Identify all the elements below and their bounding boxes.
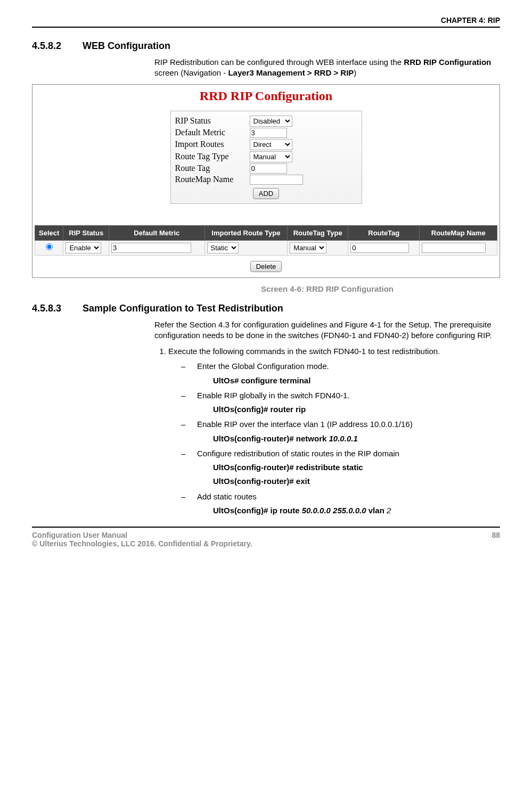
step-e: Add static routes UltOs(config)# ip rout… <box>181 491 500 516</box>
step-b-text: Enable RIP globally in the switch FDN40-… <box>197 391 350 400</box>
add-button[interactable]: ADD <box>253 188 279 199</box>
step-d-cmd2: UltOs(config-router)# exit <box>213 476 500 487</box>
section-title2: Sample Configuration to Test Redistribut… <box>83 303 283 314</box>
rrd-title: RRD RIP Configuration <box>35 89 497 103</box>
section2-intro-text: Refer the Section 4.3 for configuration … <box>154 319 500 341</box>
th-routemap-name: RouteMap Name <box>420 225 497 240</box>
rrd-data-table: Select RIP Status Default Metric Importe… <box>35 225 497 256</box>
label-default-metric: Default Metric <box>175 128 250 137</box>
numbered-list: Execute the following commands in the sw… <box>154 346 500 516</box>
chapter-header: CHAPTER 4: RIP <box>32 16 500 24</box>
step-e-text: Add static routes <box>197 492 257 501</box>
step-c: Enable RIP over the interface vlan 1 (IP… <box>181 419 500 444</box>
intro-bold1: RRD RIP Configuration <box>404 58 491 67</box>
label-import-routes: Import Routes <box>175 139 250 149</box>
intro-bold2: Layer3 Management > RRD > RIP <box>228 68 354 77</box>
intro-post: ) <box>354 68 356 77</box>
screenshot-container: RRD RIP Configuration RIP Status Disable… <box>32 84 500 278</box>
table-row: Enable Static Manual <box>35 240 497 255</box>
step-a-cmd: UltOs# configure terminal <box>213 375 500 386</box>
step-e-cmd: UltOs(config)# ip route 50.0.0.0 255.0.0… <box>213 505 500 516</box>
input-route-tag[interactable] <box>250 163 287 174</box>
section-intro: RIP Redistribution can be configured thr… <box>154 57 500 79</box>
step-c-cmd: UltOs(config-router)# network 10.0.0.1 <box>213 433 500 444</box>
intro-mid: screen (Navigation - <box>154 68 228 77</box>
section2-intro: Refer the Section 4.3 for configuration … <box>154 319 500 341</box>
divider-bottom <box>32 527 500 528</box>
screenshot-caption: Screen 4-6: RRD RIP Configuration <box>154 284 500 293</box>
page-footer: Configuration User Manual © Ulterius Tec… <box>32 531 500 548</box>
row-default-metric[interactable] <box>111 243 191 253</box>
label-routemap-name: RouteMap Name <box>175 175 250 184</box>
th-select: Select <box>35 225 63 240</box>
section-title: WEB Configuration <box>83 40 170 51</box>
dash-list: Enter the Global Configuration mode. Ult… <box>181 361 500 516</box>
divider-top <box>32 27 500 28</box>
rrd-form-panel: RIP Status Disabled Default Metric Impor… <box>170 111 362 204</box>
footer-manual-title: Configuration User Manual <box>32 531 252 539</box>
row-select-radio[interactable] <box>46 243 53 250</box>
step-d-cmd1: UltOs(config-router)# redistribute stati… <box>213 462 500 473</box>
th-routetag: RouteTag <box>348 225 420 240</box>
step-b: Enable RIP globally in the switch FDN40-… <box>181 390 500 415</box>
footer-copyright: © Ulterius Technologies, LLC 2016. Confi… <box>32 539 252 548</box>
select-import-routes[interactable]: Direct <box>250 139 292 150</box>
input-routemap-name[interactable] <box>250 175 303 185</box>
step-d: Configure redistribution of static route… <box>181 448 500 487</box>
row-routetag[interactable] <box>350 243 409 253</box>
section-number: 4.5.8.2 <box>32 40 80 52</box>
step-c-text: Enable RIP over the interface vlan 1 (IP… <box>197 420 413 429</box>
select-rip-status[interactable]: Disabled <box>250 116 292 127</box>
row-imported-route-type[interactable]: Static <box>207 242 239 253</box>
intro-text: RIP Redistribution can be configured thr… <box>154 58 404 67</box>
step-a: Enter the Global Configuration mode. Ult… <box>181 361 500 386</box>
label-rip-status: RIP Status <box>175 116 250 126</box>
page-number: 88 <box>492 531 500 548</box>
th-routetag-type: RouteTag Type <box>288 225 348 240</box>
item1-text: Execute the following commands in the sw… <box>168 347 440 356</box>
list-item-1: Execute the following commands in the sw… <box>168 346 500 516</box>
row-routemap-name[interactable] <box>422 243 486 253</box>
th-imported-route-type: Imported Route Type <box>204 225 288 240</box>
row-routetag-type[interactable]: Manual <box>290 242 326 253</box>
step-b-cmd: UltOs(config)# router rip <box>213 404 500 415</box>
section-heading-4582: 4.5.8.2 WEB Configuration <box>32 40 500 52</box>
section-heading-4583: 4.5.8.3 Sample Configuration to Test Red… <box>32 303 500 314</box>
select-route-tag-type[interactable]: Manual <box>250 151 292 162</box>
row-rip-status[interactable]: Enable <box>66 242 101 253</box>
section-number2: 4.5.8.3 <box>32 303 80 314</box>
step-a-text: Enter the Global Configuration mode. <box>197 362 329 371</box>
input-default-metric[interactable] <box>250 128 287 138</box>
th-default-metric: Default Metric <box>109 225 204 240</box>
delete-button[interactable]: Delete <box>250 261 282 272</box>
label-route-tag-type: Route Tag Type <box>175 152 250 161</box>
step-d-text: Configure redistribution of static route… <box>197 449 399 458</box>
th-rip-status: RIP Status <box>63 225 109 240</box>
label-route-tag: Route Tag <box>175 163 250 173</box>
